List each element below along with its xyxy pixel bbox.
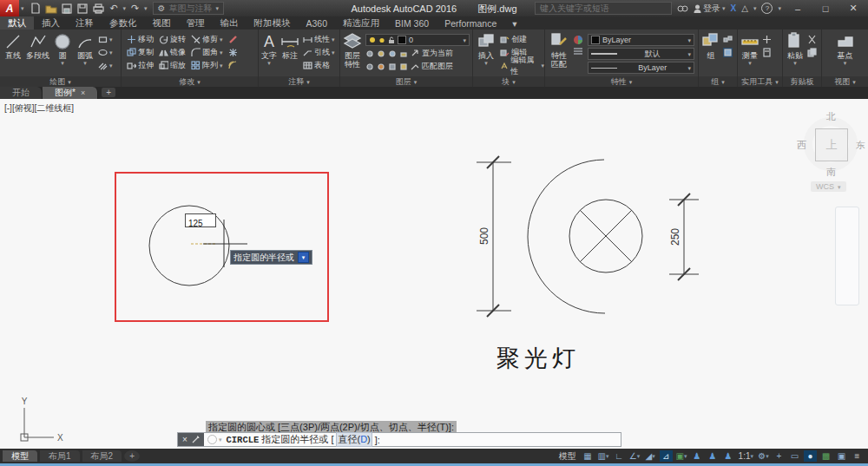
command-prompt[interactable]: CIRCLE 指定圆的半径或 [ 直径(D) ]: — [222, 432, 380, 447]
dimension-button[interactable]: 标注 — [280, 30, 299, 60]
a360-icon[interactable]: △ — [741, 3, 748, 13]
plot-button[interactable] — [92, 2, 105, 15]
layout-tab-layout1[interactable]: 布局1 — [40, 450, 80, 462]
help-icon[interactable]: ? — [761, 3, 773, 14]
copy-clip-button[interactable] — [807, 47, 817, 58]
file-tab-start[interactable]: 开始 — [0, 87, 43, 99]
copy-button[interactable]: 复制 — [127, 47, 154, 58]
layer-isolate-icon[interactable] — [377, 49, 386, 58]
panel-label-draw[interactable]: 绘图▾ — [0, 76, 121, 87]
layer-thaw-all-icon[interactable] — [377, 62, 386, 71]
quick-calc-button[interactable] — [762, 47, 772, 58]
tab-addins[interactable]: 附加模块 — [247, 16, 299, 30]
file-tab-close-icon[interactable]: × — [81, 89, 85, 97]
dynamic-input-field[interactable] — [186, 219, 214, 228]
lock-ui-toggle[interactable]: ● — [804, 450, 817, 462]
annotation-scale-value[interactable]: 1:1▾ — [738, 450, 754, 462]
insert-block-button[interactable]: 插入 ▾ — [477, 30, 496, 66]
set-current-button[interactable]: 置为当前 — [411, 48, 453, 59]
command-line-bar[interactable]: × ▾ CIRCLE 指定圆的半径或 [ 直径(D) ]: — [177, 432, 621, 447]
offset-button[interactable] — [228, 60, 238, 71]
hatch-button[interactable]: ▾ — [98, 60, 113, 71]
polar-tracking-toggle[interactable]: ∠▾ — [628, 450, 641, 462]
match-properties-button[interactable]: 特性 匹配 — [549, 30, 569, 69]
grid-toggle[interactable]: ▦ — [582, 450, 595, 462]
viewcube[interactable]: 北 西 东 南 上 WCS ▾ — [800, 115, 863, 199]
exchange-apps-icon[interactable]: X — [731, 3, 737, 13]
autoscale-toggle[interactable]: ♟ — [707, 450, 720, 462]
panel-label-clipboard[interactable]: 剪贴板 — [783, 76, 821, 87]
object-color-dropdown[interactable]: ByLayer ▾ — [588, 34, 694, 46]
cut-button[interactable] — [807, 34, 817, 45]
tab-performance[interactable]: Performance — [437, 16, 504, 30]
panel-label-view[interactable]: 视图▾ — [822, 76, 868, 87]
command-wrench-icon[interactable] — [191, 436, 200, 444]
layer-walk-icon[interactable] — [388, 62, 398, 71]
maximize-button[interactable]: □ — [814, 3, 837, 14]
linetype-dropdown[interactable]: ByLayer ▾ — [588, 62, 694, 74]
command-close-icon[interactable]: × — [182, 435, 187, 444]
object-snap-tracking-toggle[interactable]: ⊿ — [660, 450, 673, 462]
command-grip[interactable]: × — [178, 433, 204, 446]
sign-in-button[interactable]: 登录 ▾ — [694, 3, 726, 15]
paste-button[interactable]: 粘贴 ▾ — [786, 30, 805, 66]
model-space-button[interactable]: 模型 — [559, 450, 576, 463]
id-point-button[interactable] — [762, 34, 772, 45]
match-layer-button[interactable]: 匹配图层 — [411, 61, 453, 72]
workspace-switcher[interactable]: ⚙ 草图与注释 ▾ — [153, 2, 224, 15]
table-button[interactable]: 表格 — [303, 60, 335, 71]
viewport-controls[interactable]: [-][俯视][二维线框] — [4, 102, 74, 115]
minimize-button[interactable]: – — [786, 3, 809, 14]
navigation-bar[interactable] — [835, 207, 859, 305]
layer-dropdown[interactable]: 0 ▾ — [365, 34, 470, 46]
undo-button[interactable]: ↶ — [108, 2, 121, 15]
new-file-button[interactable] — [30, 2, 43, 15]
app-menu-caret-icon[interactable]: ▾ — [21, 5, 24, 11]
panel-label-annotate[interactable]: 注释▾ — [259, 76, 339, 87]
layer-unisolate-icon[interactable] — [365, 62, 375, 71]
graphics-performance-toggle[interactable]: ▣ — [835, 450, 848, 462]
trim-button[interactable]: 修剪▾ — [191, 34, 223, 45]
edit-attributes-button[interactable]: 编辑属性▾ — [500, 60, 544, 71]
help-search-input[interactable] — [538, 3, 654, 14]
create-block-button[interactable]: 创建 — [500, 34, 544, 45]
lineweight-list-icon[interactable] — [573, 47, 583, 56]
tab-parametric[interactable]: 参数化 — [102, 16, 145, 30]
a360-caret-icon[interactable]: ▾ — [753, 5, 757, 11]
ellipse-button[interactable]: ▾ — [98, 47, 113, 58]
wcs-dropdown[interactable]: WCS ▾ — [811, 181, 846, 192]
move-button[interactable]: 移动 — [127, 34, 154, 45]
mirror-button[interactable]: 镜像 — [159, 47, 186, 58]
panel-label-utilities[interactable]: 实用工具▾ — [738, 76, 782, 87]
scale-button[interactable]: 缩放 — [159, 60, 186, 71]
viewcube-north[interactable]: 北 — [826, 110, 836, 123]
file-tab-document[interactable]: 图例* × — [43, 87, 98, 99]
rotate-button[interactable]: 旋转 — [159, 34, 186, 45]
layer-freeze-icon[interactable] — [388, 49, 398, 58]
polyline-button[interactable]: 多段线 — [26, 30, 49, 60]
tab-home[interactable]: 默认 — [0, 16, 34, 30]
help-search-box[interactable] — [535, 2, 672, 15]
tab-featured-apps[interactable]: 精选应用 — [335, 16, 387, 30]
tab-a360[interactable]: A360 — [299, 16, 336, 30]
group-edit-button[interactable] — [723, 47, 733, 58]
rectangle-button[interactable]: ▾ — [98, 34, 113, 45]
tab-annotate[interactable]: 注释 — [68, 16, 102, 30]
close-button[interactable]: ✕ — [842, 3, 865, 14]
text-button[interactable]: A 文字 ▾ — [261, 30, 277, 66]
color-wheel-icon[interactable] — [573, 35, 583, 45]
linear-dim-button[interactable]: 线性▾ — [303, 34, 335, 45]
layout-tab-layout2[interactable]: 布局2 — [82, 450, 122, 462]
save-as-button[interactable] — [76, 2, 89, 15]
group-button[interactable]: 组 — [701, 30, 720, 60]
ungroup-button[interactable] — [723, 34, 733, 45]
diameter-option[interactable]: 直径(D) — [336, 432, 372, 447]
array-button[interactable]: 阵列▾ — [191, 60, 223, 71]
customize-menu-button[interactable]: ≡ — [851, 450, 864, 462]
ribbon-options-caret-icon[interactable]: ▾ — [504, 16, 524, 30]
layer-match-icon-sm[interactable] — [399, 62, 409, 71]
layer-off-icon[interactable] — [365, 49, 375, 58]
undo-caret-icon[interactable]: ▾ — [123, 5, 127, 11]
tab-view[interactable]: 视图 — [145, 16, 179, 30]
viewcube-east[interactable]: 东 — [856, 139, 865, 152]
